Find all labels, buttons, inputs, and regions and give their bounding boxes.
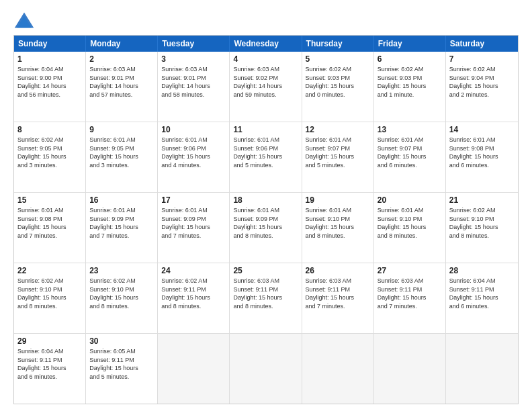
- day-number: 1: [17, 54, 82, 64]
- calendar-cell: 2Sunrise: 6:03 AMSunset: 9:01 PMDaylight…: [86, 52, 158, 122]
- day-number: 14: [449, 125, 515, 134]
- calendar-cell: [158, 334, 230, 404]
- cell-info: Sunrise: 6:04 AMSunset: 9:11 PMDaylight:…: [449, 277, 515, 310]
- cell-info: Sunrise: 6:01 AMSunset: 9:08 PMDaylight:…: [17, 206, 82, 240]
- calendar-cell: [302, 334, 374, 404]
- calendar-cell: 3Sunrise: 6:03 AMSunset: 9:01 PMDaylight…: [158, 52, 230, 122]
- cell-info: Sunrise: 6:01 AMSunset: 9:05 PMDaylight:…: [89, 136, 154, 169]
- calendar-cell: 30Sunrise: 6:05 AMSunset: 9:11 PMDayligh…: [86, 334, 158, 404]
- cell-info: Sunrise: 6:01 AMSunset: 9:06 PMDaylight:…: [161, 136, 226, 169]
- calendar-row: 29Sunrise: 6:04 AMSunset: 9:11 PMDayligh…: [14, 334, 518, 404]
- cell-info: Sunrise: 6:05 AMSunset: 9:11 PMDaylight:…: [89, 347, 154, 381]
- header: [13, 11, 519, 30]
- cell-info: Sunrise: 6:01 AMSunset: 9:10 PMDaylight:…: [306, 206, 370, 240]
- cell-info: Sunrise: 6:03 AMSunset: 9:11 PMDaylight:…: [233, 277, 298, 310]
- calendar-cell: 15Sunrise: 6:01 AMSunset: 9:08 PMDayligh…: [14, 193, 86, 263]
- calendar-cell: 13Sunrise: 6:01 AMSunset: 9:07 PMDayligh…: [374, 122, 446, 192]
- cell-info: Sunrise: 6:03 AMSunset: 9:11 PMDaylight:…: [306, 277, 370, 310]
- calendar-cell: 29Sunrise: 6:04 AMSunset: 9:11 PMDayligh…: [14, 334, 86, 404]
- calendar-cell: 23Sunrise: 6:02 AMSunset: 9:10 PMDayligh…: [86, 263, 158, 333]
- calendar-cell: 11Sunrise: 6:01 AMSunset: 9:06 PMDayligh…: [230, 122, 302, 192]
- logo: [13, 11, 38, 30]
- calendar-body: 1Sunrise: 6:04 AMSunset: 9:00 PMDaylight…: [14, 52, 518, 404]
- cell-info: Sunrise: 6:02 AMSunset: 9:10 PMDaylight:…: [449, 206, 515, 240]
- day-number: 26: [306, 266, 370, 275]
- day-number: 22: [17, 266, 82, 275]
- weekday-header: Sunday: [14, 36, 86, 52]
- calendar-cell: 21Sunrise: 6:02 AMSunset: 9:10 PMDayligh…: [446, 193, 518, 263]
- calendar-cell: 20Sunrise: 6:01 AMSunset: 9:10 PMDayligh…: [374, 193, 446, 263]
- day-number: 27: [378, 266, 442, 275]
- day-number: 2: [89, 54, 154, 64]
- cell-info: Sunrise: 6:01 AMSunset: 9:07 PMDaylight:…: [378, 136, 442, 169]
- day-number: 12: [306, 125, 370, 134]
- cell-info: Sunrise: 6:01 AMSunset: 9:06 PMDaylight:…: [233, 136, 298, 169]
- logo-icon: [13, 11, 35, 30]
- calendar-cell: 6Sunrise: 6:02 AMSunset: 9:03 PMDaylight…: [374, 52, 446, 122]
- day-number: 9: [89, 125, 154, 134]
- day-number: 4: [233, 54, 298, 64]
- day-number: 17: [161, 195, 226, 205]
- cell-info: Sunrise: 6:02 AMSunset: 9:10 PMDaylight:…: [17, 277, 82, 310]
- calendar-row: 22Sunrise: 6:02 AMSunset: 9:10 PMDayligh…: [14, 263, 518, 334]
- day-number: 24: [161, 266, 226, 275]
- weekday-header: Friday: [374, 36, 446, 52]
- cell-info: Sunrise: 6:01 AMSunset: 9:08 PMDaylight:…: [449, 136, 515, 169]
- day-number: 30: [89, 336, 154, 346]
- cell-info: Sunrise: 6:01 AMSunset: 9:10 PMDaylight:…: [378, 206, 442, 240]
- calendar-cell: 1Sunrise: 6:04 AMSunset: 9:00 PMDaylight…: [14, 52, 86, 122]
- day-number: 10: [161, 125, 226, 134]
- weekday-header: Wednesday: [230, 36, 302, 52]
- weekday-header: Monday: [86, 36, 158, 52]
- weekday-header: Thursday: [302, 36, 374, 52]
- calendar-cell: 4Sunrise: 6:03 AMSunset: 9:02 PMDaylight…: [230, 52, 302, 122]
- calendar-cell: 10Sunrise: 6:01 AMSunset: 9:06 PMDayligh…: [158, 122, 230, 192]
- weekday-header: Saturday: [446, 36, 518, 52]
- calendar-cell: 9Sunrise: 6:01 AMSunset: 9:05 PMDaylight…: [86, 122, 158, 192]
- day-number: 6: [378, 54, 442, 64]
- cell-info: Sunrise: 6:02 AMSunset: 9:10 PMDaylight:…: [89, 277, 154, 310]
- calendar-cell: 26Sunrise: 6:03 AMSunset: 9:11 PMDayligh…: [302, 263, 374, 333]
- day-number: 5: [306, 54, 370, 64]
- cell-info: Sunrise: 6:03 AMSunset: 9:01 PMDaylight:…: [89, 65, 154, 99]
- day-number: 3: [161, 54, 226, 64]
- calendar-cell: 12Sunrise: 6:01 AMSunset: 9:07 PMDayligh…: [302, 122, 374, 192]
- calendar-cell: 17Sunrise: 6:01 AMSunset: 9:09 PMDayligh…: [158, 193, 230, 263]
- day-number: 16: [89, 195, 154, 205]
- day-number: 15: [17, 195, 82, 205]
- weekday-header: Tuesday: [158, 36, 230, 52]
- page: SundayMondayTuesdayWednesdayThursdayFrid…: [0, 0, 532, 411]
- calendar-cell: 8Sunrise: 6:02 AMSunset: 9:05 PMDaylight…: [14, 122, 86, 192]
- calendar-header: SundayMondayTuesdayWednesdayThursdayFrid…: [14, 36, 518, 52]
- cell-info: Sunrise: 6:03 AMSunset: 9:01 PMDaylight:…: [161, 65, 226, 99]
- calendar-row: 15Sunrise: 6:01 AMSunset: 9:08 PMDayligh…: [14, 193, 518, 263]
- calendar-cell: 18Sunrise: 6:01 AMSunset: 9:09 PMDayligh…: [230, 193, 302, 263]
- calendar-cell: 19Sunrise: 6:01 AMSunset: 9:10 PMDayligh…: [302, 193, 374, 263]
- cell-info: Sunrise: 6:01 AMSunset: 9:07 PMDaylight:…: [306, 136, 370, 169]
- day-number: 19: [306, 195, 370, 205]
- calendar-cell: [230, 334, 302, 404]
- day-number: 8: [17, 125, 82, 134]
- cell-info: Sunrise: 6:03 AMSunset: 9:02 PMDaylight:…: [233, 65, 298, 99]
- day-number: 28: [449, 266, 515, 275]
- calendar-cell: 24Sunrise: 6:02 AMSunset: 9:11 PMDayligh…: [158, 263, 230, 333]
- calendar-cell: 27Sunrise: 6:03 AMSunset: 9:11 PMDayligh…: [374, 263, 446, 333]
- day-number: 18: [233, 195, 298, 205]
- cell-info: Sunrise: 6:04 AMSunset: 9:11 PMDaylight:…: [17, 347, 82, 381]
- day-number: 29: [17, 336, 82, 346]
- cell-info: Sunrise: 6:02 AMSunset: 9:03 PMDaylight:…: [306, 65, 370, 99]
- cell-info: Sunrise: 6:02 AMSunset: 9:03 PMDaylight:…: [378, 65, 442, 99]
- day-number: 7: [449, 54, 515, 64]
- calendar-row: 1Sunrise: 6:04 AMSunset: 9:00 PMDaylight…: [14, 52, 518, 122]
- cell-info: Sunrise: 6:02 AMSunset: 9:11 PMDaylight:…: [161, 277, 226, 310]
- cell-info: Sunrise: 6:04 AMSunset: 9:00 PMDaylight:…: [17, 65, 82, 99]
- cell-info: Sunrise: 6:02 AMSunset: 9:04 PMDaylight:…: [449, 65, 515, 99]
- calendar-cell: 25Sunrise: 6:03 AMSunset: 9:11 PMDayligh…: [230, 263, 302, 333]
- day-number: 20: [378, 195, 442, 205]
- day-number: 23: [89, 266, 154, 275]
- calendar-cell: 16Sunrise: 6:01 AMSunset: 9:09 PMDayligh…: [86, 193, 158, 263]
- calendar-cell: [446, 334, 518, 404]
- calendar-cell: 14Sunrise: 6:01 AMSunset: 9:08 PMDayligh…: [446, 122, 518, 192]
- calendar-cell: 5Sunrise: 6:02 AMSunset: 9:03 PMDaylight…: [302, 52, 374, 122]
- cell-info: Sunrise: 6:02 AMSunset: 9:05 PMDaylight:…: [17, 136, 82, 169]
